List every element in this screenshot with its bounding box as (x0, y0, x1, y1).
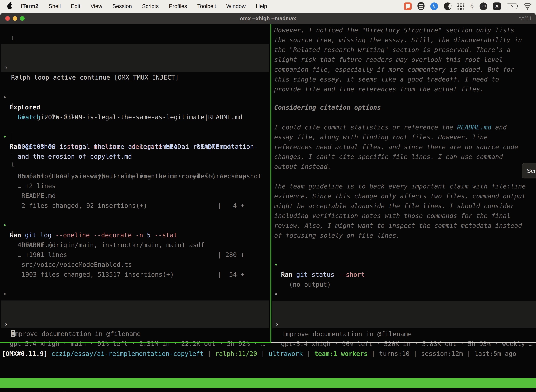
bullet: • (3, 289, 7, 299)
zoom-button[interactable] (20, 16, 25, 21)
explored-search-line: Search 2026-03-09-is-legal-the-same-as-l… (0, 103, 270, 112)
tmux-session-name: [omx-cczip0:bash* (1, 388, 66, 392)
menu-items: iTerm2 Shell Edit View Session Scripts P… (21, 3, 267, 9)
model-status-text: gpt-5.4 xhigh · 96% left · 520K in · 5.8… (281, 339, 532, 349)
diffstat-count: | 54 + (218, 270, 244, 280)
left-pane[interactable]: └ No agents completed yet › Ralph loop a… (0, 24, 270, 339)
commit-file-line-1: 2026-03-09-is-legal-the-same-as-legitima… (0, 132, 270, 142)
window-title: omx --xhigh --madmax (240, 15, 296, 21)
search-command: Search 2026-03-09-is-legal-the-same-as-l… (18, 112, 243, 122)
menu-bar: iTerm2 Shell Edit View Session Scripts P… (0, 0, 536, 13)
screen-pill-overlay[interactable]: Scre (522, 163, 536, 178)
diffstat-summary: 2 files changed, 92 insertions(+) (0, 191, 270, 201)
omx-worktree-path: cczip/essay/ai-reimplementation-copyleft (48, 350, 204, 357)
commit-file-line-2: and-the-erosion-of-copyleft.md (0, 142, 270, 152)
prompt-input-left[interactable]: › Improve documentation in @filename (1, 300, 269, 328)
countdown-badge-icon[interactable]: ..61 (479, 2, 487, 10)
reasoning-heading: Considering citation options (271, 103, 536, 112)
menu-window[interactable]: Window (226, 3, 246, 9)
menu-toolbelt[interactable]: Toolbelt (197, 3, 216, 9)
hook-squiggle-icon[interactable]: § (470, 2, 474, 10)
reasoning-paragraph-3: The team guideline is to back every impo… (271, 182, 536, 240)
iterm-window: omx --xhigh --madmax ⌥⌘1 └ No agents com… (0, 13, 536, 392)
right-pane[interactable]: However, I noticed the "Directory Struct… (271, 24, 536, 339)
menu-view[interactable]: View (91, 3, 102, 9)
agents-completed-line: └ No agents completed yet (0, 25, 270, 35)
wifi-icon[interactable] (523, 2, 532, 10)
diffstat-row: README.md | 280 + (0, 230, 270, 240)
minimize-button[interactable] (13, 16, 17, 21)
menu-edit[interactable]: Edit (71, 3, 80, 9)
keyboard-a-icon[interactable]: A (493, 2, 501, 10)
explored-header: • Explored (0, 83, 270, 93)
diffstat-row: README.md | 4 + (0, 181, 270, 191)
keypad-shield-icon[interactable] (417, 2, 425, 10)
menu-status-icons: ϟ § ..61 A ϟ (404, 2, 532, 10)
reasoning-paragraph-1: However, I noticed the "Directory Struct… (271, 25, 536, 94)
explored-list-line: └ List git ls-files (0, 93, 270, 103)
omx-turns: turns:10 (379, 350, 410, 357)
omx-status-line: [OMX#0.11.9] cczip/essay/ai-reimplementa… (2, 349, 516, 359)
ran-git-log-line: • Ran git log --oneline --decorate -n 5 … (0, 210, 270, 220)
window-hotkey: ⌥⌘1 (518, 16, 532, 21)
omx-session: session:12m (421, 350, 463, 357)
menu-shell[interactable]: Shell (48, 3, 61, 9)
omx-version: [OMX#0.11.9] (2, 350, 48, 357)
omx-ultrawork: ultrawork (268, 350, 303, 357)
prompt-input-right[interactable]: › Improve documentation in @filename (273, 301, 536, 328)
menu-help[interactable]: Help (256, 3, 267, 9)
pane-bottom-border-inactive (271, 342, 536, 343)
title-bar: omx --xhigh --madmax ⌥⌘1 (0, 13, 536, 24)
reasoning-paragraph-2: I could cite commit statistics or refere… (271, 122, 536, 172)
crescent-circle-icon[interactable] (444, 2, 452, 10)
traffic-lights (0, 13, 25, 24)
pane-bottom-border-active (0, 342, 271, 343)
readme-link: README.md (457, 124, 491, 131)
menu-session[interactable]: Session (112, 3, 132, 9)
model-status-right: gpt-5.4 xhigh · 96% left · 520K in · 5.8… (271, 329, 536, 339)
no-output-line: └ (no output) (271, 260, 536, 270)
working-status-line: • Working (11m 13s • esc to interrupt) ·… (0, 280, 270, 289)
model-status-text: gpt-5.4 xhigh · main · 91% left · 2.31M … (10, 339, 265, 349)
diffstat-row: src/voice/voiceModeEnabled.ts | 54 + (0, 250, 270, 260)
commit-message-line-2: companion analysis without altering the … (0, 161, 270, 171)
terminal: └ No agents completed yet › Ralph loop a… (0, 24, 536, 392)
diffstat-summary-text: 2 files changed, 92 insertions(+) (21, 201, 147, 210)
dots-grid-icon[interactable] (457, 2, 464, 10)
more-lines-indicator: … +2 lines (0, 171, 270, 181)
omx-last: last:5m ago (474, 350, 516, 357)
tree-corner: └ (282, 270, 286, 280)
waiting-status-line: • Waiting for background terminal (1m 41… (271, 280, 536, 289)
omx-team: team:1 workers (314, 350, 368, 357)
screen-pill-text: Scre (527, 167, 536, 174)
prompt-chevron: › (4, 63, 8, 73)
ran-git-status-line: • Ran git status --short (271, 250, 536, 260)
tree-corner: └ (10, 35, 14, 45)
diffstat-count: | 4 + (218, 201, 244, 210)
bolt-circle-icon[interactable]: ϟ (430, 2, 438, 10)
omx-ralph-counter: ralph:11/20 (215, 350, 257, 357)
ralph-loop-banner: › Ralph loop active continue [OMX_TMUX_I… (1, 44, 269, 72)
battery-charging-icon[interactable]: ϟ (507, 2, 517, 10)
diffstat-summary: 1903 files changed, 513517 insertions(+) (0, 260, 270, 270)
menu-profiles[interactable]: Profiles (169, 3, 187, 9)
menu-iterm2[interactable]: iTerm2 (21, 3, 38, 9)
more-lines-indicator: … +1901 lines (0, 240, 270, 250)
model-status-left: gpt-5.4 xhigh · main · 91% left · 2.31M … (0, 329, 270, 339)
tmux-status-bar: [omx-cczip0:bash* "MacBook-Pro-44.local"… (0, 378, 536, 388)
bullet: • (274, 289, 278, 299)
diffstat-summary-text: 1903 files changed, 513517 insertions(+) (21, 270, 174, 280)
log-commit-line: └ 4b9d30f (origin/main, instructkr/main,… (0, 220, 270, 230)
close-button[interactable] (5, 16, 10, 21)
ran-git-show-line: • Ran git show --stat --oneline --decora… (0, 122, 270, 132)
ralph-loop-text: Ralph loop active continue [OMX_TMUX_INJ… (11, 73, 179, 82)
apple-icon[interactable] (7, 4, 12, 9)
prompt-chevron: › (275, 319, 279, 329)
commit-message-line-1: └ 067f154 (HEAD -> essay/ai-reimplementa… (0, 152, 270, 161)
prompt-chevron: › (4, 319, 8, 329)
screen-share-icon[interactable] (404, 2, 412, 10)
menu-scripts[interactable]: Scripts (142, 3, 159, 9)
